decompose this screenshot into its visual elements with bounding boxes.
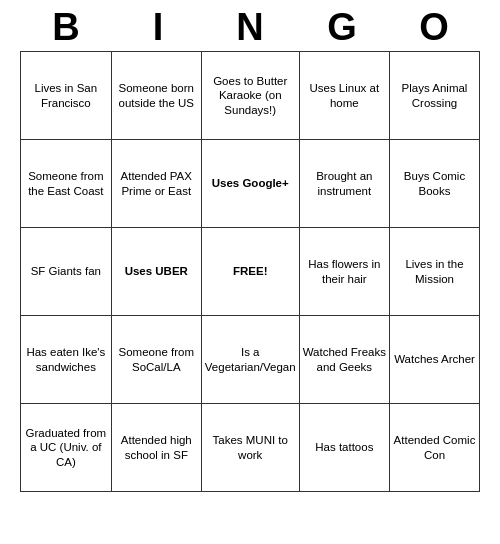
cell-r1-c2: Uses Google+ xyxy=(201,140,299,228)
cell-r4-c1: Attended high school in SF xyxy=(111,404,201,492)
letter-g: G xyxy=(298,6,386,49)
cell-r2-c4: Lives in the Mission xyxy=(390,228,480,316)
letter-o: O xyxy=(390,6,478,49)
cell-r0-c1: Someone born outside the US xyxy=(111,52,201,140)
cell-r1-c3: Brought an instrument xyxy=(299,140,389,228)
cell-r1-c4: Buys Comic Books xyxy=(390,140,480,228)
cell-r4-c3: Has tattoos xyxy=(299,404,389,492)
cell-r3-c0: Has eaten Ike's sandwiches xyxy=(21,316,112,404)
cell-r0-c2: Goes to Butter Karaoke (on Sundays!) xyxy=(201,52,299,140)
cell-r3-c2: Is a Vegetarian/Vegan xyxy=(201,316,299,404)
letter-i: I xyxy=(114,6,202,49)
letter-n: N xyxy=(206,6,294,49)
cell-r1-c0: Someone from the East Coast xyxy=(21,140,112,228)
cell-r3-c1: Someone from SoCal/LA xyxy=(111,316,201,404)
cell-r4-c4: Attended Comic Con xyxy=(390,404,480,492)
cell-r2-c1: Uses UBER xyxy=(111,228,201,316)
cell-r0-c3: Uses Linux at home xyxy=(299,52,389,140)
cell-r0-c4: Plays Animal Crossing xyxy=(390,52,480,140)
cell-r2-c0: SF Giants fan xyxy=(21,228,112,316)
cell-r4-c2: Takes MUNI to work xyxy=(201,404,299,492)
cell-r2-c3: Has flowers in their hair xyxy=(299,228,389,316)
letter-b: B xyxy=(22,6,110,49)
bingo-grid: Lives in San FranciscoSomeone born outsi… xyxy=(20,51,480,492)
cell-r4-c0: Graduated from a UC (Univ. of CA) xyxy=(21,404,112,492)
cell-r3-c4: Watches Archer xyxy=(390,316,480,404)
bingo-title: B I N G O xyxy=(20,0,480,51)
cell-r3-c3: Watched Freaks and Geeks xyxy=(299,316,389,404)
cell-r0-c0: Lives in San Francisco xyxy=(21,52,112,140)
cell-r2-c2: FREE! xyxy=(201,228,299,316)
cell-r1-c1: Attended PAX Prime or East xyxy=(111,140,201,228)
